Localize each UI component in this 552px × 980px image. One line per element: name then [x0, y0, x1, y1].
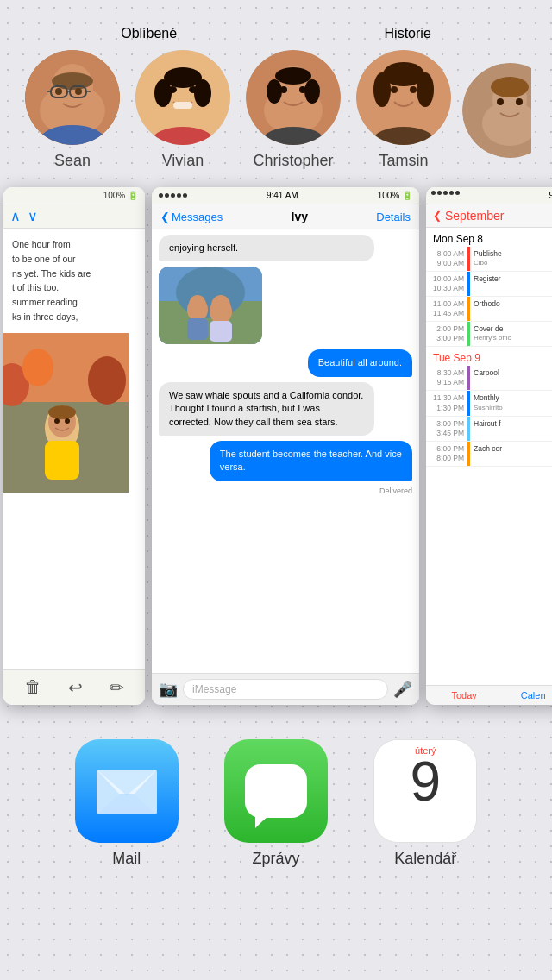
- mail-app-icon[interactable]: [75, 739, 179, 843]
- avatar-sean: [25, 50, 120, 145]
- svg-point-66: [211, 295, 230, 316]
- signal-dots: [159, 193, 187, 198]
- message-bubble-3: We saw whale spouts and a California con…: [159, 382, 374, 436]
- delivered-label: Delivered: [159, 487, 412, 495]
- calendar-toolbar: Today Calen: [426, 685, 552, 705]
- cal-event-row[interactable]: 11:30 AM1:30 PM Monthly Sushirrito: [426, 391, 552, 416]
- cal-day-2: Tue Sep 9: [426, 347, 552, 366]
- svg-point-18: [168, 86, 177, 93]
- section-headers: Oblíbené Historie: [17, 26, 535, 41]
- app-cards-section: 100% 🔋 ∧ ∨ One hour fromto be one of our…: [0, 187, 552, 705]
- message-bubble-4: The student becomes the teacher. And vic…: [210, 441, 412, 481]
- mail-body: One hour fromto be one of ourns yet. The…: [3, 229, 145, 333]
- cal-today-btn[interactable]: Today: [451, 690, 476, 700]
- cal-signal: [431, 191, 460, 200]
- favorites-history-section: Oblíbené Historie: [0, 0, 552, 179]
- cal-event-row[interactable]: 8:30 AM9:15 AM Carpool: [426, 366, 552, 391]
- svg-point-38: [410, 86, 417, 93]
- mail-down-arrow[interactable]: ∨: [28, 208, 38, 224]
- contact-sean-name: Sean: [54, 152, 91, 170]
- dock-messages[interactable]: Zprávy: [224, 739, 328, 868]
- favorites-label: Oblíbené: [121, 26, 177, 41]
- svg-point-51: [88, 356, 126, 405]
- mail-photo: [3, 333, 129, 493]
- camera-icon[interactable]: 📷: [159, 680, 178, 699]
- svg-point-26: [267, 79, 282, 104]
- calendar-app-label: Kalendář: [394, 850, 456, 868]
- cal-calendars-btn[interactable]: Calen: [521, 690, 546, 700]
- cal-event-row[interactable]: 3:00 PM3:45 PM Haircut f: [426, 417, 552, 442]
- contact-vivian-name: Vivian: [162, 152, 204, 170]
- mail-text: One hour fromto be one of ourns yet. The…: [12, 237, 136, 324]
- svg-point-50: [22, 349, 53, 386]
- cal-back-icon[interactable]: ❮: [433, 210, 442, 222]
- svg-point-10: [75, 88, 82, 95]
- cal-event-row[interactable]: 11:00 AM11:45 AM Orthodo: [426, 297, 552, 322]
- calendar-icon-inner: úterý 9: [374, 740, 476, 842]
- messages-navbar: ❮ Messages Ivy Details: [152, 204, 419, 229]
- messages-back-label: Messages: [172, 210, 223, 223]
- messages-app-label: Zprávy: [252, 850, 299, 868]
- message-bubble-2: Beautiful all around.: [308, 349, 412, 376]
- calendar-card[interactable]: 9:41 ❮ September Mon Sep 8 8:00 AM9:00 A…: [426, 187, 552, 705]
- cal-event-row[interactable]: 6:00 PM8:00 PM Zach cor: [426, 442, 552, 467]
- svg-point-45: [516, 98, 523, 105]
- svg-point-9: [55, 88, 62, 95]
- mic-icon[interactable]: 🎤: [393, 680, 412, 699]
- svg-point-57: [65, 418, 70, 424]
- messages-statusbar: 9:41 AM 100% 🔋: [152, 187, 419, 204]
- mail-reply-icon[interactable]: ↩: [68, 677, 83, 698]
- imessage-placeholder: iMessage: [192, 683, 236, 695]
- imessage-input[interactable]: iMessage: [183, 679, 388, 700]
- svg-rect-20: [173, 102, 192, 109]
- contact-christopher[interactable]: Christopher: [242, 50, 345, 170]
- cal-event-row[interactable]: 8:00 AM9:00 AM Publishe Cibo: [426, 247, 552, 272]
- contact-sean[interactable]: Sean: [21, 50, 124, 170]
- svg-point-27: [304, 79, 320, 104]
- history-label: Historie: [385, 26, 431, 41]
- svg-point-44: [497, 98, 504, 105]
- messages-contact-title: Ivy: [292, 210, 308, 223]
- svg-marker-73: [255, 814, 271, 826]
- svg-rect-53: [45, 441, 79, 480]
- messages-card[interactable]: 9:41 AM 100% 🔋 ❮ Messages Ivy Details en…: [152, 187, 419, 705]
- svg-point-17: [194, 79, 211, 107]
- contact-tamsin-name: Tamsin: [379, 152, 428, 170]
- svg-rect-65: [210, 321, 232, 342]
- dock: Mail Zprávy úterý 9 Kalendář: [0, 722, 552, 868]
- contact-ka[interactable]: [462, 63, 531, 158]
- svg-point-36: [417, 72, 434, 107]
- mail-compose-icon[interactable]: ✏: [110, 677, 124, 698]
- svg-point-43: [491, 77, 529, 97]
- avatar-christopher: [246, 50, 341, 145]
- mail-statusbar: 100% 🔋: [3, 187, 145, 204]
- svg-point-25: [275, 67, 311, 85]
- envelope-icon: [97, 770, 157, 813]
- svg-point-63: [189, 295, 206, 314]
- calendar-navbar: ❮ September: [426, 204, 552, 228]
- cal-month-label[interactable]: September: [445, 209, 504, 223]
- calendar-body: Mon Sep 8 8:00 AM9:00 AM Publishe Cibo 1…: [426, 228, 552, 685]
- dock-mail[interactable]: Mail: [75, 739, 179, 868]
- mail-up-arrow[interactable]: ∧: [10, 208, 21, 224]
- messages-app-icon[interactable]: [224, 739, 328, 843]
- messages-details-button[interactable]: Details: [376, 210, 411, 223]
- svg-rect-72: [248, 768, 304, 814]
- svg-point-29: [299, 86, 306, 93]
- mail-delete-icon[interactable]: 🗑: [24, 677, 41, 698]
- calendar-app-icon[interactable]: úterý 9: [373, 739, 477, 843]
- avatar-tamsin: [356, 50, 451, 145]
- mail-card[interactable]: 100% 🔋 ∧ ∨ One hour fromto be one of our…: [3, 187, 145, 705]
- speech-bubble-icon: [245, 764, 307, 818]
- dock-calendar[interactable]: úterý 9 Kalendář: [373, 739, 477, 868]
- messages-back-button[interactable]: ❮ Messages: [160, 210, 223, 223]
- contact-tamsin[interactable]: Tamsin: [352, 50, 455, 170]
- messages-input-bar: 📷 iMessage 🎤: [152, 673, 419, 705]
- calendar-statusbar: 9:41: [426, 187, 552, 204]
- back-chevron-icon: ❮: [160, 210, 170, 223]
- cal-event-row[interactable]: 2:00 PM3:00 PM Cover de Henry's offic: [426, 322, 552, 347]
- svg-point-55: [48, 405, 76, 419]
- contact-vivian[interactable]: Vivian: [131, 50, 235, 170]
- cal-event-row[interactable]: 10:00 AM10:30 AM Register: [426, 272, 552, 297]
- contact-christopher-name: Christopher: [253, 152, 333, 170]
